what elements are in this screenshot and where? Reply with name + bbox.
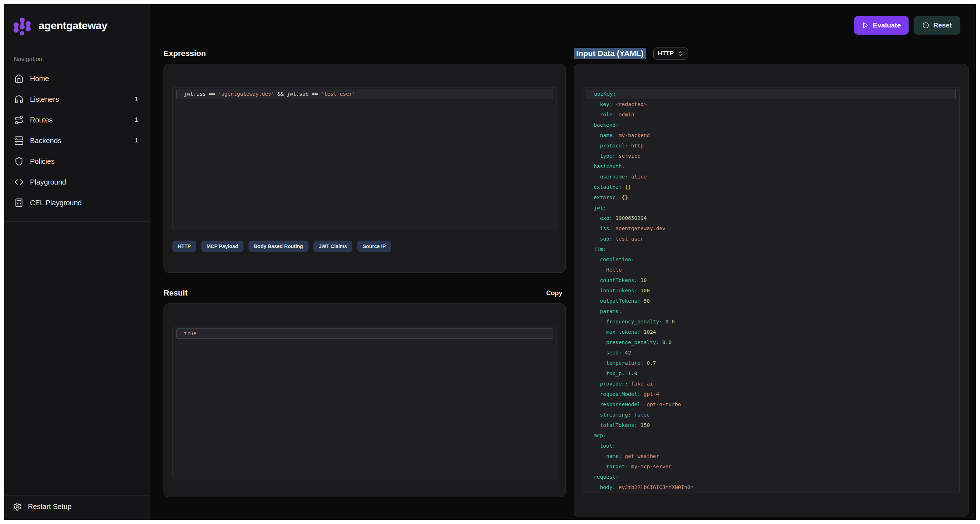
yaml-code-line: outputTokens: 50 (583, 296, 959, 306)
yaml-code-line: mcp: (583, 430, 959, 441)
nav-item-count: 1 (135, 116, 140, 124)
reset-label: Reset (933, 21, 952, 29)
yaml-code-line: backend: (583, 120, 959, 130)
sidebar-item-cel-playground[interactable]: CEL Playground (10, 194, 144, 212)
result-title: Result (164, 288, 188, 298)
yaml-code-line: body: eyJtb2RlbCI6ICJmYXN0In0= (583, 482, 959, 492)
yaml-code-line: llm: (583, 244, 959, 254)
yaml-code-line: temperature: 0.7 (583, 358, 959, 368)
nav-items: HomeListeners1Routes1Backends1PoliciesPl… (10, 69, 144, 212)
yaml-code-line: basicAuth: (583, 161, 959, 172)
yaml-code-line: frequency_penalty: 0.0 (583, 317, 959, 327)
server-icon (14, 136, 24, 145)
yaml-editor[interactable]: apiKey: key: <redacted> role: adminbacke… (583, 87, 960, 493)
evaluate-button[interactable]: Evaluate (854, 16, 908, 35)
nav-item-label: Listeners (30, 95, 59, 103)
play-icon (862, 22, 869, 29)
yaml-code-line: - Hello (583, 265, 959, 275)
sidebar-item-restart-setup[interactable]: Restart Setup (13, 502, 141, 511)
nav-item-label: Home (30, 75, 49, 83)
yaml-code-line: jwt: (583, 203, 959, 213)
yaml-code-line: name: my-backend (583, 130, 959, 141)
yaml-code-line: max_tokens: 1024 (583, 327, 959, 337)
evaluate-label: Evaluate (873, 21, 901, 29)
example-chips: HTTPMCP PayloadBody Based RoutingJWT Cla… (172, 241, 557, 252)
nav-section-label: Navigation (10, 54, 144, 69)
restart-setup-label: Restart Setup (28, 503, 72, 511)
reset-button[interactable]: Reset (913, 16, 960, 35)
input-data-title: Input Data (YAML) (574, 48, 646, 59)
example-chip-http[interactable]: HTTP (172, 241, 196, 252)
example-chip-mcp-payload[interactable]: MCP Payload (201, 241, 243, 252)
expression-editor[interactable]: jwt.iss == 'agentgateway.dev' && jwt.sub… (172, 87, 557, 231)
nav-item-count: 1 (135, 137, 140, 144)
yaml-code-line: target: my-mcp-server (583, 462, 959, 472)
agentgateway-logo-icon (12, 16, 32, 36)
yaml-code-line: requestModel: gpt-4 (583, 389, 959, 399)
example-chip-body-based-routing[interactable]: Body Based Routing (248, 241, 309, 252)
nav-item-label: Routes (30, 116, 52, 124)
yaml-code-line: responseModel: gpt-4-turbo (583, 399, 959, 410)
copy-button[interactable]: Copy (542, 287, 566, 299)
yaml-code-line: request: (583, 472, 959, 482)
yaml-code-line: seed: 42 (583, 348, 959, 358)
code-icon (14, 178, 24, 187)
expression-card: jwt.iss == 'agentgateway.dev' && jwt.sub… (164, 64, 566, 273)
yaml-code-line: countTokens: 10 (583, 275, 959, 286)
rotate-ccw-icon (922, 22, 929, 29)
yaml-code-line: params: (583, 306, 959, 317)
sidebar-item-backends[interactable]: Backends1 (10, 131, 144, 150)
yaml-code-line: name: get_weather (583, 451, 959, 462)
yaml-code-line: completion: (583, 254, 959, 265)
yaml-code-line: type: service (583, 151, 959, 161)
yaml-code-line: sub: test-user (583, 234, 959, 244)
sidebar-item-routes[interactable]: Routes1 (10, 111, 144, 129)
yaml-code-line: iss: agentgateway.dev (583, 224, 959, 234)
yaml-code-line: apiKey: (587, 89, 956, 99)
chevrons-up-down-icon (677, 51, 683, 57)
sidebar-footer: Restart Setup (4, 495, 150, 520)
yaml-code-line: totalTokens: 150 (583, 420, 959, 430)
shield-icon (14, 157, 24, 166)
sidebar-spacer (4, 222, 150, 495)
calculator-icon (14, 198, 24, 207)
yaml-code-line: extauthz: {} (583, 182, 959, 192)
columns: Expression jwt.iss == 'agentgateway.dev'… (164, 48, 969, 517)
sidebar-item-home[interactable]: Home (10, 69, 144, 88)
expression-title: Expression (164, 49, 206, 58)
expression-code-line: jwt.iss == 'agentgateway.dev' && jwt.sub… (177, 89, 553, 99)
top-actions: Evaluate Reset (164, 16, 960, 35)
nav-item-label: Playground (30, 178, 66, 186)
input-mode-select[interactable]: HTTP (653, 48, 688, 60)
input-mode-value: HTTP (658, 50, 674, 57)
sidebar-item-playground[interactable]: Playground (10, 173, 144, 191)
yaml-code-line: streaming: false (583, 410, 959, 420)
result-editor[interactable]: true (172, 327, 557, 480)
app-frame: agentgateway Navigation HomeListeners1Ro… (4, 4, 976, 520)
main-content: Evaluate Reset Expression jwt.iss == 'ag… (150, 4, 976, 520)
route-icon (14, 115, 24, 125)
expression-column: Expression jwt.iss == 'agentgateway.dev'… (164, 48, 566, 517)
headphones-icon (14, 95, 24, 104)
yaml-code-line: top_p: 1.0 (583, 368, 959, 379)
gear-icon (13, 502, 22, 511)
input-data-column: Input Data (YAML) HTTP apiKey: key: <red… (574, 48, 969, 517)
nav-item-count: 1 (135, 96, 140, 103)
brand-name: agentgateway (38, 20, 107, 32)
yaml-code-line: protocol: http (583, 141, 959, 151)
yaml-code-line: presence_penalty: 0.0 (583, 337, 959, 348)
sidebar-nav: Navigation HomeListeners1Routes1Backends… (4, 47, 150, 222)
yaml-code-line: exp: 1900650294 (583, 213, 959, 224)
sidebar: agentgateway Navigation HomeListeners1Ro… (4, 4, 150, 520)
sidebar-item-listeners[interactable]: Listeners1 (10, 90, 144, 108)
example-chip-jwt-claims[interactable]: JWT Claims (313, 241, 352, 252)
nav-item-label: Policies (30, 157, 55, 166)
yaml-code-line: username: alice (583, 172, 959, 182)
home-icon (14, 74, 24, 83)
yaml-code-line: inputTokens: 100 (583, 286, 959, 296)
sidebar-item-policies[interactable]: Policies (10, 152, 144, 171)
brand-link[interactable]: agentgateway (4, 4, 150, 47)
yaml-code-line: key: <redacted> (583, 99, 959, 110)
input-data-card: apiKey: key: <redacted> role: adminbacke… (574, 64, 969, 517)
example-chip-source-ip[interactable]: Source IP (357, 241, 391, 252)
